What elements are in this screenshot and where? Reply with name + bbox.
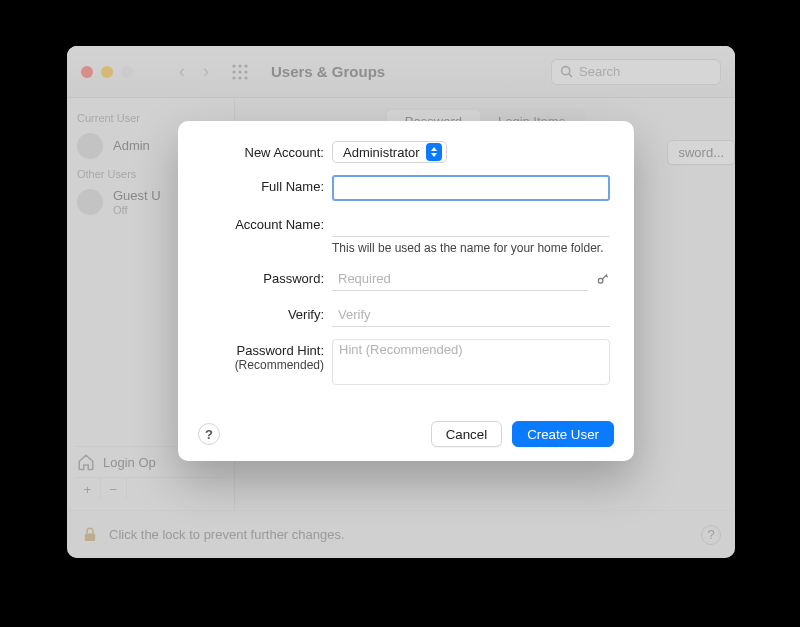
password-label: Password: — [202, 267, 332, 286]
new-account-value: Administrator — [343, 145, 420, 160]
account-name-field[interactable] — [332, 213, 610, 237]
new-account-select[interactable]: Administrator — [332, 141, 447, 163]
full-name-label: Full Name: — [202, 175, 332, 194]
account-name-label: Account Name: — [202, 213, 332, 232]
help-button[interactable]: ? — [198, 423, 220, 445]
hint-field[interactable] — [332, 339, 610, 385]
account-name-helper: This will be used as the name for your h… — [332, 241, 610, 255]
password-field[interactable] — [332, 267, 588, 291]
cancel-button[interactable]: Cancel — [431, 421, 503, 447]
select-stepper-icon — [426, 143, 442, 161]
new-user-sheet: New Account: Administrator Full Name: Ac… — [178, 121, 634, 461]
verify-label: Verify: — [202, 303, 332, 322]
hint-label: Password Hint: (Recommended) — [202, 339, 332, 372]
verify-field[interactable] — [332, 303, 610, 327]
full-name-field[interactable] — [332, 175, 610, 201]
create-user-button[interactable]: Create User — [512, 421, 614, 447]
svg-point-12 — [598, 278, 603, 283]
sheet-footer: ? Cancel Create User — [198, 421, 614, 447]
key-icon[interactable] — [596, 272, 610, 286]
new-account-label: New Account: — [202, 141, 332, 160]
